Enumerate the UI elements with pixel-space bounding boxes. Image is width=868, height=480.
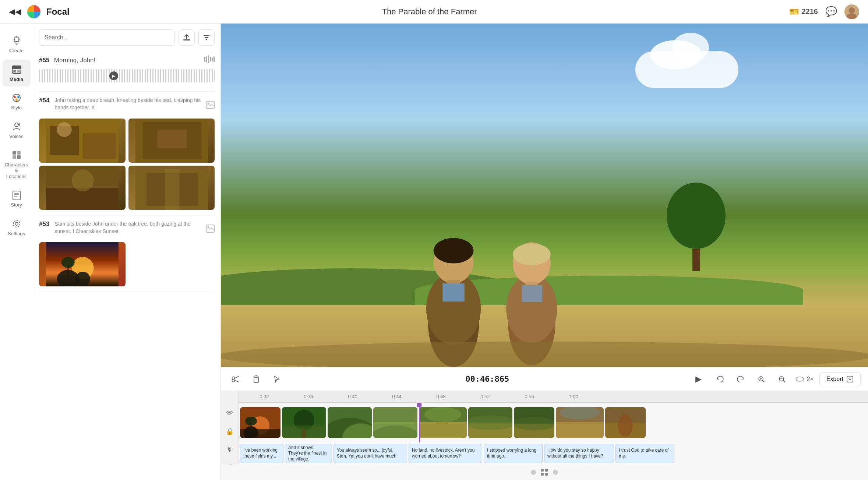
svg-line-80: [234, 380, 239, 382]
search-input[interactable]: [39, 29, 175, 46]
svg-point-18: [15, 99, 18, 101]
mic-icon[interactable]: 🎙: [226, 446, 233, 453]
app-title: Focal: [46, 7, 70, 17]
sidebar-item-characters[interactable]: Characters & Locations: [3, 145, 31, 184]
svg-rect-101: [282, 426, 326, 438]
subtitle-text-6: How do you stay so happy without all the…: [547, 448, 611, 459]
clip-tree[interactable]: [282, 407, 326, 438]
media-panel: #55 Morning, John!: [33, 24, 221, 480]
redo-button[interactable]: [733, 372, 748, 387]
clip-field3[interactable]: [468, 407, 512, 438]
scene-54-image-2[interactable]: [128, 119, 215, 163]
svg-rect-22: [17, 151, 21, 155]
sidebar-item-media[interactable]: Media: [3, 60, 31, 87]
subtitle-clip-1[interactable]: I've been working these fields my...: [240, 444, 283, 463]
clip-sunset[interactable]: [240, 407, 280, 438]
lock-icon[interactable]: 🔒: [226, 427, 234, 435]
characters-icon: [11, 149, 22, 160]
pagination-dot-3[interactable]: [553, 470, 558, 475]
pagination-dot-grid[interactable]: [541, 469, 548, 476]
back-button[interactable]: ◀◀: [9, 7, 21, 17]
sidebar-item-settings[interactable]: Settings: [3, 214, 31, 241]
subtitle-clip-5[interactable]: I stopped worrying a long time ago.: [484, 444, 543, 463]
clip-hill[interactable]: [328, 407, 372, 438]
export-button[interactable]: Export: [819, 372, 861, 386]
svg-point-30: [13, 220, 20, 227]
export-label: Export: [826, 376, 843, 382]
timeline-ruler: 0:32 0:36 0:40 0:44 0:48 0:52 0:56 1:00: [239, 391, 868, 403]
scene-54-image-3[interactable]: [39, 166, 126, 210]
scene-54-image-4[interactable]: [128, 166, 215, 210]
avatar[interactable]: [844, 4, 859, 19]
svg-point-122: [618, 414, 633, 437]
sidebar-item-voices-label: Voices: [9, 134, 23, 140]
media-panel-header: [33, 24, 220, 50]
svg-point-52: [72, 169, 94, 191]
subtitle-clip-4[interactable]: No land, no livestock. Aren't you worrie…: [409, 444, 482, 463]
subtitle-text-3: You always seem so... joyful, Sam. Yet y…: [337, 448, 404, 459]
svg-rect-23: [13, 155, 16, 159]
playback-speed: 2×: [795, 375, 814, 383]
subtitle-clip-2[interactable]: And it shows. They're the finest in the …: [285, 444, 332, 463]
sidebar-item-style[interactable]: Style: [3, 88, 31, 115]
grid-dot-4: [545, 473, 548, 476]
clip-desert[interactable]: [556, 407, 604, 438]
upload-button[interactable]: [179, 29, 195, 46]
sidebar-item-create[interactable]: Create: [3, 31, 31, 58]
scene-53-images: [39, 242, 215, 286]
figures-svg: [221, 24, 868, 367]
cut-button[interactable]: [228, 372, 243, 387]
play-button-55[interactable]: ▶: [109, 71, 118, 80]
svg-point-77: [232, 377, 235, 379]
timeline-clips: [239, 403, 868, 442]
svg-rect-81: [254, 377, 258, 382]
settings-icon: [11, 218, 22, 229]
speed-value: 2×: [807, 376, 814, 382]
subtitle-clip-7[interactable]: I trust God to take care of me.: [615, 444, 674, 463]
grid-dot-1: [541, 469, 544, 472]
svg-rect-55: [165, 169, 179, 210]
zoom-out-button[interactable]: [775, 372, 789, 387]
scene-53-image-1[interactable]: [39, 242, 126, 286]
video-player: [221, 24, 868, 367]
svg-line-89: [783, 380, 785, 382]
clip-field4[interactable]: [514, 407, 554, 438]
subtitle-clip-3[interactable]: You always seem so... joyful, Sam. Yet y…: [334, 444, 407, 463]
scene-item-53: #53 Sam sits beside John under the oak t…: [39, 215, 215, 292]
svg-rect-49: [157, 130, 187, 148]
speaker-icon[interactable]: 🔊: [226, 464, 234, 465]
eye-icon[interactable]: 👁: [226, 409, 233, 417]
app-logo: [27, 5, 40, 18]
svg-point-73: [513, 243, 551, 265]
delete-button[interactable]: [249, 372, 264, 387]
header-right: 🎫 2216 💬: [789, 4, 859, 19]
sidebar-item-voices[interactable]: Voices: [3, 117, 31, 144]
chat-icon[interactable]: 💬: [825, 6, 837, 17]
clip-farmer[interactable]: [605, 407, 646, 438]
svg-rect-13: [13, 70, 16, 73]
credit-badge: 🎫 2216: [789, 7, 818, 17]
svg-rect-12: [12, 66, 21, 69]
select-button[interactable]: [269, 372, 284, 387]
sidebar-item-style-label: Style: [11, 105, 22, 111]
subtitle-clip-6[interactable]: How do you stay so happy without all the…: [544, 444, 614, 463]
grid-dot-3: [541, 473, 544, 476]
svg-rect-31: [183, 39, 190, 40]
scene-55-title: Morning, John!: [54, 57, 95, 64]
sidebar-item-story[interactable]: Story: [3, 185, 31, 212]
play-button[interactable]: ▶: [691, 371, 707, 387]
pagination-dot-1[interactable]: [531, 470, 536, 475]
filter-button[interactable]: [198, 29, 215, 46]
content-area: 00:46:865 ▶: [221, 24, 868, 480]
zoom-in-button[interactable]: [754, 372, 769, 387]
header-left: ◀◀ Focal: [9, 5, 70, 18]
ruler-100: 1:00: [551, 394, 596, 399]
clip-field1[interactable]: [373, 407, 417, 438]
svg-point-19: [15, 123, 18, 127]
undo-button[interactable]: [713, 372, 727, 387]
timeline-toolbar: 00:46:865 ▶: [221, 367, 868, 391]
scene-54-image-1[interactable]: [39, 119, 126, 163]
svg-rect-40: [214, 56, 215, 62]
clip-field2[interactable]: [419, 407, 467, 438]
sidebar-item-characters-label: Characters & Locations: [5, 162, 28, 179]
